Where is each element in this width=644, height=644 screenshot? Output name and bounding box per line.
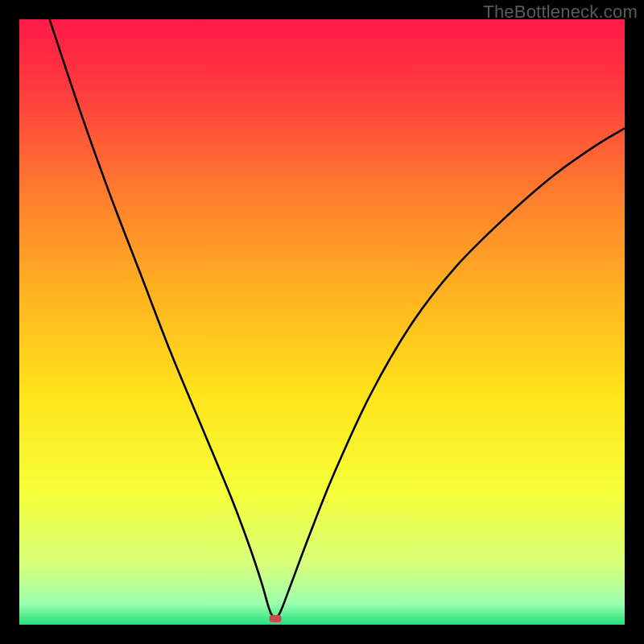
chart-background bbox=[19, 19, 625, 625]
chart-frame: TheBottleneck.com bbox=[0, 0, 644, 644]
watermark-text: TheBottleneck.com bbox=[483, 2, 638, 23]
minimum-marker bbox=[270, 615, 282, 622]
plot-area bbox=[19, 19, 625, 625]
chart-svg bbox=[19, 19, 625, 625]
